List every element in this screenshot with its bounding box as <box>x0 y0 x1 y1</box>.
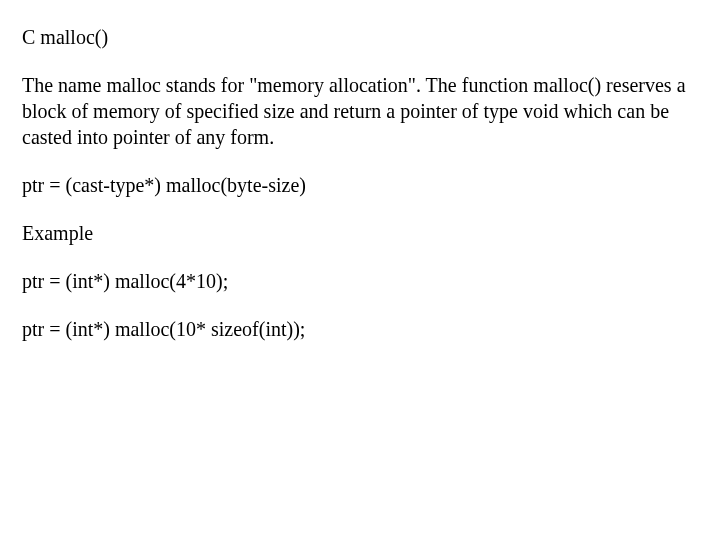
syntax-line: ptr = (cast-type*) malloc(byte-size) <box>22 172 698 198</box>
example-line-1: ptr = (int*) malloc(4*10); <box>22 268 698 294</box>
page-title: C malloc() <box>22 24 698 50</box>
example-label: Example <box>22 220 698 246</box>
intro-paragraph: The name malloc stands for "memory alloc… <box>22 72 698 150</box>
example-line-2: ptr = (int*) malloc(10* sizeof(int)); <box>22 316 698 342</box>
